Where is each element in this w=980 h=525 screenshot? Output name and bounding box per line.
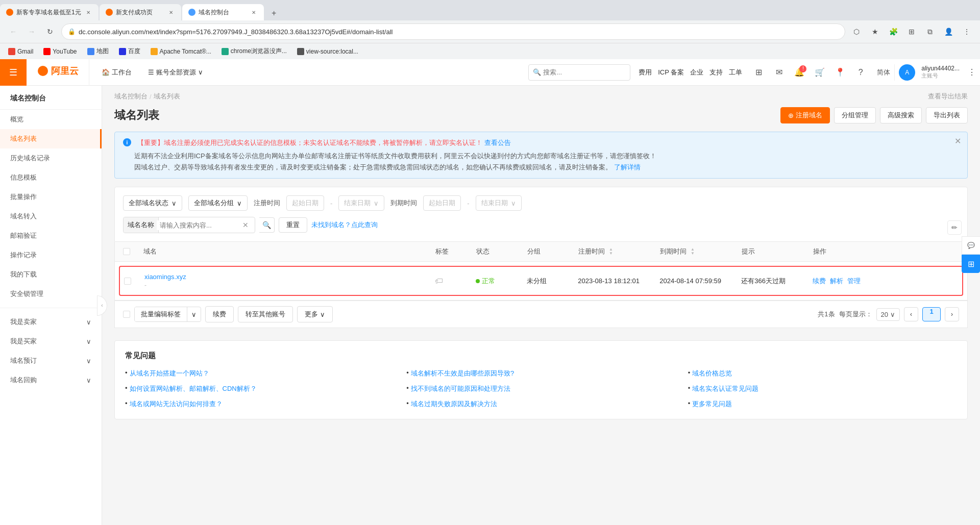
bookmark-view-source[interactable]: view-source:local... <box>295 47 360 56</box>
tab-close-2[interactable]: ✕ <box>167 8 175 16</box>
row-tag[interactable]: 🏷 <box>435 277 476 286</box>
alert-detail-link[interactable]: 了解详情 <box>614 163 641 171</box>
tab-close-1[interactable]: ✕ <box>84 8 92 16</box>
prev-page-btn[interactable]: ‹ <box>904 307 918 321</box>
reg-start-date[interactable]: 起始日期 <box>286 195 324 211</box>
footer-renew-btn[interactable]: 续费 <box>205 306 234 322</box>
filter-status-select[interactable]: 全部域名状态 ∨ <box>123 195 182 211</box>
top-search-box[interactable]: 🔍 <box>528 64 630 81</box>
sidebar-section-buyback[interactable]: 域名回购 ∨ <box>0 370 102 390</box>
tag-icon[interactable]: 🏷 <box>435 277 443 286</box>
footer-more-btn[interactable]: 更多 ∨ <box>297 306 333 322</box>
domain-link[interactable]: xiaomings.xyz <box>144 273 186 281</box>
faq-item-2[interactable]: 如何设置网站解析、邮箱解析、CDN解析？ <box>125 384 394 393</box>
nav-icon-help[interactable]: ? <box>852 64 869 81</box>
reset-button[interactable]: 重置 <box>279 217 307 233</box>
row-checkbox[interactable] <box>124 278 144 285</box>
faq-item-7[interactable]: 域名价格总览 <box>688 369 957 378</box>
action-renew[interactable]: 续费 <box>813 277 826 286</box>
top-search-input[interactable] <box>543 68 620 76</box>
faq-item-9[interactable]: 更多常见问题 <box>688 399 957 409</box>
action-manage[interactable]: 管理 <box>847 277 861 286</box>
export-list-button[interactable]: 导出列表 <box>926 107 968 123</box>
expire-start-date[interactable]: 起始日期 <box>423 195 461 211</box>
bookmark-baidu[interactable]: 百度 <box>117 46 142 57</box>
faq-item-3[interactable]: 域名或网站无法访问如何排查？ <box>125 399 394 409</box>
extensions-button[interactable]: 🧩 <box>886 24 900 39</box>
sidebar-item-domain-list[interactable]: 域名列表 <box>0 129 102 148</box>
nav-resources[interactable]: ☰ 账号全部资源 ∨ <box>140 59 211 86</box>
nav-lang[interactable]: 简体 <box>873 68 894 77</box>
nav-workorder[interactable]: 工单 <box>729 68 742 77</box>
nav-more[interactable]: ⋮ <box>964 64 980 81</box>
search-input[interactable] <box>157 220 238 230</box>
hamburger-menu[interactable]: ☰ <box>0 59 27 86</box>
nav-fee[interactable]: 费用 <box>639 68 652 77</box>
expire-end-date[interactable]: 结束日期 ∨ <box>476 195 522 211</box>
back-button[interactable]: ← <box>6 24 20 39</box>
group-manage-button[interactable]: 分组管理 <box>834 107 876 123</box>
window-button[interactable]: ⧉ <box>923 24 937 39</box>
breadcrumb-domain-console[interactable]: 域名控制台 <box>114 92 148 101</box>
register-domain-button[interactable]: ⊕ 注册域名 <box>780 107 830 123</box>
view-results-link[interactable]: 查看导出结果 <box>928 92 968 101</box>
th-regtime[interactable]: 注册时间 ▲ ▼ <box>578 247 660 256</box>
footer-transfer-btn[interactable]: 转至其他账号 <box>238 306 293 322</box>
forward-button[interactable]: → <box>24 24 39 39</box>
per-page-select[interactable]: 20 ∨ <box>876 308 900 321</box>
sidebar-item-template[interactable]: 信息模板 <box>0 168 102 187</box>
sidebar-item-email-verify[interactable]: 邮箱验证 <box>0 226 102 245</box>
new-tab-button[interactable]: + <box>267 6 281 20</box>
th-exptime[interactable]: 到期时间 ▲ ▼ <box>660 247 742 256</box>
sidebar-item-my-downloads[interactable]: 我的下载 <box>0 265 102 284</box>
sidebar-section-seller[interactable]: 我是卖家 ∨ <box>0 312 102 332</box>
browser-tab-1[interactable]: 新客专享域名最低至1元 ✕ <box>0 4 99 20</box>
bookmark-maps[interactable]: 地图 <box>85 46 111 57</box>
filter-group-select[interactable]: 全部域名分组 ∨ <box>188 195 248 211</box>
float-apps-btn[interactable]: ⊞ <box>962 255 980 273</box>
nav-workbench[interactable]: 🏠 工作台 <box>93 59 140 86</box>
sidebar-item-security-lock[interactable]: 安全锁管理 <box>0 284 102 304</box>
bookmark-tomcat[interactable]: Apache Tomcat®... <box>149 47 213 56</box>
bookmark-button[interactable]: ★ <box>868 24 882 39</box>
current-page-input[interactable]: 1 <box>922 307 941 321</box>
reload-button[interactable]: ↻ <box>43 24 57 39</box>
select-all-checkbox[interactable] <box>123 248 130 255</box>
edit-icon[interactable]: ✏ <box>947 220 962 235</box>
sidebar-item-batch[interactable]: 批量操作 <box>0 187 102 207</box>
alert-close-button[interactable]: ✕ <box>954 136 961 146</box>
reg-end-date[interactable]: 结束日期 ∨ <box>338 195 384 211</box>
browser-tab-2[interactable]: 新支付成功页 ✕ <box>100 4 181 20</box>
faq-item-5[interactable]: 找不到域名的可能原因和处理方法 <box>406 384 675 393</box>
browser-tab-3[interactable]: 域名控制台 ✕ <box>182 4 264 20</box>
user-icon[interactable]: 👤 <box>941 24 955 39</box>
nav-icon-bell[interactable]: 🔔! <box>791 64 807 81</box>
bookmark-chrome-sound[interactable]: chrome浏览器没声... <box>219 46 289 57</box>
search-clear-button[interactable]: ✕ <box>240 221 251 229</box>
batch-edit-tags-btn[interactable]: 批量编辑标签 <box>135 307 187 321</box>
sidebar-item-overview[interactable]: 概览 <box>0 110 102 129</box>
faq-item-8[interactable]: 域名实名认证常见问题 <box>688 384 957 393</box>
next-page-btn[interactable]: › <box>945 307 959 321</box>
nav-support[interactable]: 支持 <box>709 68 723 77</box>
search-submit-button[interactable]: 🔍 <box>259 217 275 233</box>
action-resolve[interactable]: 解析 <box>830 277 843 286</box>
nav-icon-apps[interactable]: ⊞ <box>750 64 767 81</box>
sidebar-item-transfer-in[interactable]: 域名转入 <box>0 207 102 226</box>
advanced-search-button[interactable]: 高级搜索 <box>880 107 922 123</box>
batch-edit-dropdown[interactable]: ∨ <box>187 308 201 321</box>
nav-icon-cart[interactable]: 🛒 <box>812 64 828 81</box>
nav-icon-location[interactable]: 📍 <box>832 64 848 81</box>
faq-item-1[interactable]: 从域名开始搭建一个网站？ <box>125 369 394 378</box>
alert-link-1[interactable]: 【重要】域名注册必须使用已完成实名认证的信息模板；未实名认证域名不能续费，将被暂… <box>137 139 482 146</box>
float-chat-btn[interactable]: 💬 <box>962 236 980 255</box>
cast-button[interactable]: ⬡ <box>849 24 864 39</box>
profile-button[interactable]: ⊞ <box>904 24 919 39</box>
not-found-link[interactable]: 未找到域名？点此查询 <box>311 220 378 230</box>
footer-checkbox[interactable] <box>123 311 130 318</box>
sidebar-section-buyer[interactable]: 我是买家 ∨ <box>0 332 102 351</box>
faq-item-6[interactable]: 域名过期失败原因及解决方法 <box>406 399 675 409</box>
tab-close-3[interactable]: ✕ <box>250 8 258 16</box>
nav-icon-mail[interactable]: ✉ <box>771 64 787 81</box>
faq-item-4[interactable]: 域名解析不生效是由哪些原因导致? <box>406 369 675 378</box>
